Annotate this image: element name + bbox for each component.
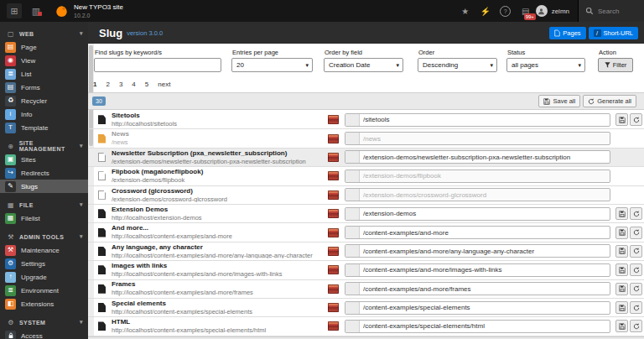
refresh-icon bbox=[633, 248, 640, 254]
record-icon bbox=[328, 247, 339, 256]
sidebar-item-sites[interactable]: ▣Sites bbox=[0, 153, 88, 166]
save-button[interactable] bbox=[615, 227, 628, 239]
slug-table: Sitetoolshttp://localhost/sitetools News… bbox=[88, 111, 644, 336]
save-button[interactable] bbox=[615, 283, 628, 295]
section-file[interactable]: ▦ FILE ▾ bbox=[0, 198, 88, 211]
page-link-2[interactable]: 2 bbox=[106, 81, 109, 88]
record-icon bbox=[328, 134, 339, 143]
refresh-icon bbox=[588, 98, 595, 105]
regenerate-button[interactable] bbox=[630, 320, 642, 332]
slug-input[interactable] bbox=[360, 302, 610, 314]
page-link-1[interactable]: 1 bbox=[93, 81, 96, 88]
section-admin-tools[interactable]: ⚒ ADMIN TOOLS ▾ bbox=[0, 230, 88, 243]
page-link-next[interactable]: next bbox=[158, 81, 170, 88]
sidebar-item-filelist[interactable]: ▦Filelist bbox=[0, 211, 88, 225]
entries-select[interactable]: 20▾ bbox=[231, 58, 313, 72]
view-eye-icon: ◉ bbox=[5, 55, 16, 66]
record-icon bbox=[328, 303, 339, 312]
page-link-4[interactable]: 4 bbox=[132, 81, 135, 88]
slug-input[interactable] bbox=[360, 283, 610, 295]
sidebar-item-upgrade[interactable]: ↑Upgrade bbox=[0, 270, 88, 284]
save-button[interactable] bbox=[615, 320, 628, 332]
regenerate-button[interactable] bbox=[630, 113, 642, 126]
page-icon bbox=[98, 190, 106, 200]
help-icon[interactable]: ? bbox=[496, 0, 516, 22]
chevron-down-icon[interactable]: ▾ bbox=[80, 201, 83, 208]
regenerate-button[interactable] bbox=[630, 207, 642, 220]
user-menu[interactable]: zelmn bbox=[536, 0, 578, 22]
site-name: New TYPO3 site bbox=[74, 4, 123, 11]
opendocs-icon[interactable]: ▤ 99+ bbox=[516, 0, 536, 22]
page-link-3[interactable]: 3 bbox=[119, 81, 122, 88]
sidebar-item-forms[interactable]: ▤Forms bbox=[0, 81, 88, 94]
section-web[interactable]: ▢ WEB ▾ bbox=[0, 27, 88, 40]
sidebar-item-page[interactable]: ▤Page bbox=[0, 40, 88, 54]
chevron-down-icon: ▾ bbox=[578, 62, 581, 69]
sidebar-item-slugs[interactable]: ✎Slugs bbox=[0, 180, 88, 193]
notification-dot bbox=[38, 12, 42, 16]
keyword-input[interactable] bbox=[94, 58, 221, 72]
clear-cache-bolt-icon[interactable]: ⚡ bbox=[475, 0, 496, 22]
sidebar-item-redirects[interactable]: ↪Redirects bbox=[0, 166, 88, 180]
status-select[interactable]: all pages▾ bbox=[506, 58, 585, 72]
bookmark-star-icon[interactable]: ★ bbox=[455, 0, 475, 22]
slug-input[interactable] bbox=[360, 208, 610, 220]
topbar-search[interactable]: Search bbox=[578, 0, 644, 22]
entries-label: Entries per page bbox=[232, 49, 278, 56]
sidebar-item-maintenance[interactable]: ⚒Maintenance bbox=[0, 243, 88, 257]
module-menu-icon[interactable]: ⊞ bbox=[7, 3, 22, 18]
regenerate-button[interactable] bbox=[630, 263, 642, 276]
slug-input[interactable] bbox=[360, 245, 610, 257]
regenerate-button[interactable] bbox=[630, 227, 642, 239]
save-button[interactable] bbox=[615, 245, 628, 258]
slug-input bbox=[360, 151, 610, 163]
page-icon bbox=[98, 265, 106, 274]
chevron-down-icon[interactable]: ▾ bbox=[80, 319, 83, 326]
filter-button[interactable]: Filter bbox=[598, 58, 633, 72]
pages-button[interactable]: Pages bbox=[549, 27, 585, 39]
toolbar-collapse-icon[interactable]: ▥ bbox=[29, 3, 44, 18]
save-button[interactable] bbox=[615, 113, 628, 126]
row-title: Frames bbox=[112, 281, 328, 288]
page-link-5[interactable]: 5 bbox=[145, 81, 148, 88]
slug-input[interactable] bbox=[360, 114, 610, 126]
save-button[interactable] bbox=[615, 207, 628, 220]
typo3-logo[interactable] bbox=[55, 5, 68, 18]
table-row: Newsletter Subscription (pxa_newsletter_… bbox=[88, 149, 644, 167]
save-button[interactable] bbox=[615, 301, 628, 314]
access-lock-icon bbox=[5, 331, 16, 339]
sidebar-item-template[interactable]: TTemplate bbox=[0, 121, 88, 134]
save-button[interactable] bbox=[615, 263, 628, 276]
chevron-down-icon[interactable]: ▾ bbox=[80, 30, 83, 37]
save-all-button[interactable]: Save all bbox=[538, 95, 580, 107]
short-url-button[interactable]: / Short-URL bbox=[589, 27, 638, 39]
sidebar-item-recycler[interactable]: ♻Recycler bbox=[0, 94, 88, 107]
slug-input[interactable] bbox=[360, 227, 610, 238]
row-path: http://localhost/content-examples/and-mo… bbox=[112, 271, 328, 278]
regenerate-button[interactable] bbox=[630, 283, 642, 295]
regenerate-button[interactable] bbox=[630, 245, 642, 258]
row-path: http://localhost/content-examples/and-mo… bbox=[112, 233, 328, 240]
section-system[interactable]: ⚙ SYSTEM ▾ bbox=[0, 316, 88, 329]
sidebar-item-view[interactable]: ◉View bbox=[0, 54, 88, 67]
slug-input[interactable] bbox=[360, 321, 610, 332]
regenerate-button[interactable] bbox=[630, 301, 642, 314]
sidebar-item-extensions[interactable]: ◧Extensions bbox=[0, 297, 88, 310]
chevron-down-icon[interactable]: ▾ bbox=[80, 233, 83, 240]
generate-all-button[interactable]: Generate all bbox=[583, 95, 636, 107]
result-count-badge: 30 bbox=[92, 96, 106, 106]
chevron-down-icon: ▾ bbox=[305, 62, 309, 69]
record-icon bbox=[328, 171, 339, 180]
sidebar-item-info[interactable]: iInfo bbox=[0, 107, 88, 121]
chevron-down-icon[interactable]: ▾ bbox=[80, 143, 83, 149]
orderfield-select[interactable]: Creation Date▾ bbox=[324, 58, 403, 72]
sidebar-item-settings[interactable]: ⚙Settings bbox=[0, 257, 88, 270]
table-row: News/news bbox=[88, 129, 644, 148]
section-site-management[interactable]: ⊕ SITE MANAGEMENT ▾ bbox=[0, 139, 88, 153]
order-select[interactable]: Descending▾ bbox=[418, 58, 497, 72]
sidebar-item-environment[interactable]: ≣Environment bbox=[0, 284, 88, 297]
sidebar-item-list[interactable]: ≣List bbox=[0, 67, 88, 81]
slug-input[interactable] bbox=[360, 264, 610, 276]
record-icon bbox=[328, 115, 339, 124]
sidebar-item-access[interactable]: Access bbox=[0, 329, 88, 339]
